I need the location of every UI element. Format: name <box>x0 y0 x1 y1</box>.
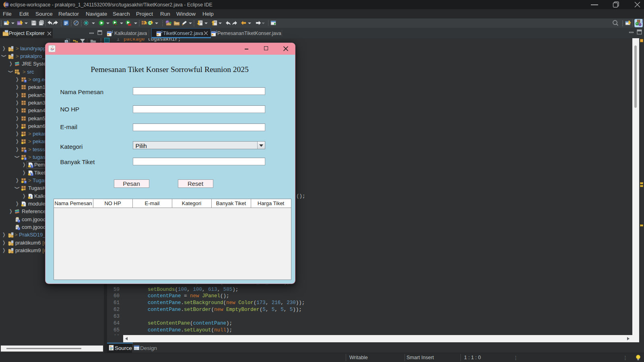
svg-text:J: J <box>216 30 217 34</box>
svg-text:J: J <box>112 30 113 34</box>
svg-text:J: J <box>641 19 642 23</box>
svg-text:J: J <box>161 30 163 34</box>
